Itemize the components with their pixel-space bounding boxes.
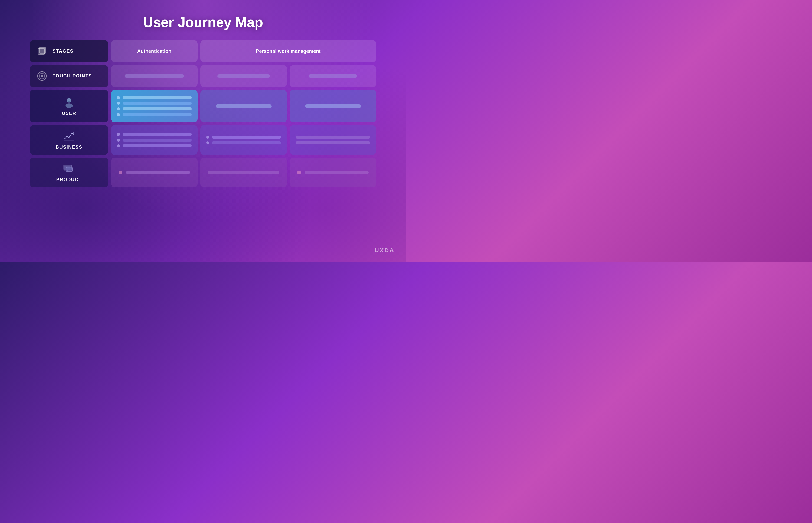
- biz-mid-bar-1: [212, 136, 281, 139]
- product-dot-2: [297, 170, 301, 174]
- stage-personal-work-header: Personal work management: [200, 40, 376, 62]
- touch-bar-3: [309, 74, 357, 78]
- stage-authentication-title: Authentication: [137, 49, 171, 54]
- stages-label-text: STAGES: [53, 49, 74, 54]
- brand-watermark: UXDA: [375, 247, 395, 254]
- biz-mid-row-1: [206, 136, 281, 139]
- touch-cell-2: [200, 65, 287, 87]
- biz-row-2: [117, 139, 192, 142]
- user-dot-3: [117, 107, 120, 110]
- user-dot-1: [117, 96, 120, 99]
- biz-right-bar-2: [296, 141, 370, 144]
- user-bar-3a: [123, 107, 192, 110]
- touchpoints-icon: [36, 70, 48, 82]
- touch-bar-1: [125, 74, 184, 78]
- touch-bar-2: [217, 74, 270, 78]
- biz-dot-2: [117, 139, 120, 142]
- biz-dot-1: [117, 133, 120, 136]
- biz-row-1: [117, 133, 192, 136]
- user-bar-2a: [123, 102, 192, 105]
- svg-point-4: [41, 75, 43, 77]
- product-bar-2: [208, 171, 279, 174]
- product-bar-1: [126, 171, 190, 174]
- biz-mid-dot-1: [206, 136, 209, 139]
- svg-point-7: [68, 100, 69, 101]
- user-dot-4: [117, 113, 120, 116]
- biz-mid-bar-2: [212, 141, 281, 144]
- user-cell-main: [111, 90, 198, 122]
- touchpoints-label-cell: TOUCH POINTS: [30, 65, 108, 87]
- biz-right-row-1: [296, 136, 370, 139]
- user-list-row-4: [117, 113, 192, 116]
- product-bar-3: [305, 171, 369, 174]
- svg-point-5: [67, 98, 71, 103]
- user-cell-mid: [200, 90, 287, 122]
- stage-authentication-header: Authentication: [111, 40, 198, 62]
- user-label-cell: USER: [30, 90, 108, 122]
- user-dot-2: [117, 102, 120, 105]
- biz-mid-row-2: [206, 141, 281, 144]
- user-cell-right: [290, 90, 376, 122]
- touchpoints-label-text: TOUCH POINTS: [53, 73, 92, 79]
- stage-personal-work-title: Personal work management: [256, 49, 320, 54]
- product-icon: [63, 162, 75, 175]
- user-bar-1a: [123, 96, 192, 99]
- user-list-row-2: [117, 102, 192, 105]
- user-label-text: USER: [62, 111, 76, 116]
- product-label-text: PRODUCT: [56, 177, 82, 182]
- user-bar-4a: [123, 113, 192, 116]
- biz-dot-3: [117, 144, 120, 147]
- stages-icon: [36, 45, 48, 57]
- touch-cell-3: [290, 65, 376, 87]
- svg-rect-15: [64, 166, 71, 170]
- biz-mid-dot-2: [206, 141, 209, 144]
- user-center-pill-1: [216, 105, 272, 108]
- touch-cell-1: [111, 65, 198, 87]
- svg-point-6: [65, 103, 73, 108]
- business-cell-left: [111, 125, 198, 155]
- product-cell-right: [290, 158, 376, 187]
- biz-bar-1: [123, 133, 192, 136]
- business-label-text: BUSINESS: [56, 145, 82, 150]
- user-list-row-1: [117, 96, 192, 99]
- user-icon: [63, 96, 75, 109]
- page-title: User Journey Map: [143, 14, 263, 30]
- product-cell-mid: [200, 158, 287, 187]
- user-center-pill-2: [305, 105, 361, 108]
- stages-label-cell: STAGES: [30, 40, 108, 62]
- biz-row-3: [117, 144, 192, 147]
- biz-bar-3: [123, 144, 192, 147]
- product-label-cell: PRODUCT: [30, 158, 108, 187]
- product-dot-1: [118, 170, 122, 174]
- business-cell-right: [290, 125, 376, 155]
- svg-rect-1: [39, 47, 46, 53]
- business-label-cell: BUSINESS: [30, 125, 108, 155]
- product-cell-left: [111, 158, 198, 187]
- business-cell-mid: [200, 125, 287, 155]
- biz-right-bar-1: [296, 136, 370, 139]
- biz-bar-2: [123, 139, 192, 142]
- journey-map: STAGES Authentication Personal work mana…: [30, 40, 376, 187]
- user-list-row-3: [117, 107, 192, 110]
- business-icon: [63, 130, 75, 142]
- biz-right-row-2: [296, 141, 370, 144]
- svg-point-8: [70, 100, 70, 101]
